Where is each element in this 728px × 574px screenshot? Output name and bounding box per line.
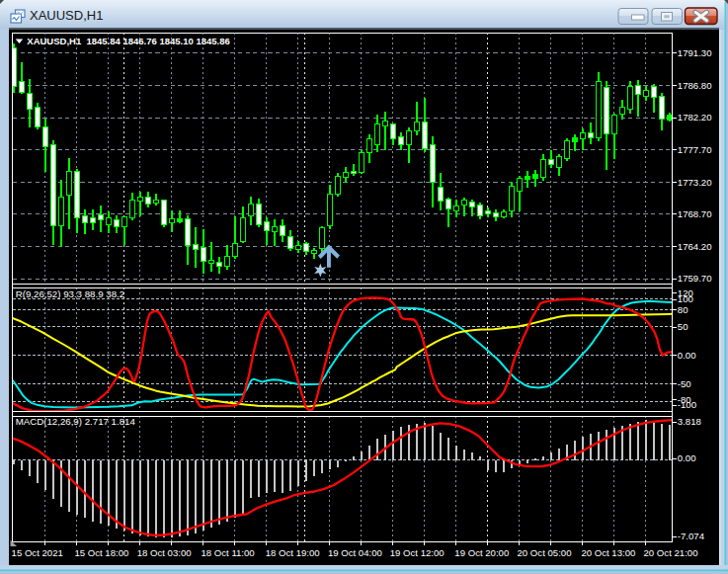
- svg-text:3.818: 3.818: [678, 416, 701, 427]
- svg-text:0.00: 0.00: [678, 350, 696, 361]
- svg-text:-100: -100: [678, 399, 696, 410]
- svg-text:XAUUSD,H1 1845.84 1846.76 184: XAUUSD,H1 1845.84 1846.76 1845.10 1845.8…: [27, 36, 229, 46]
- svg-text:15 Oct 18:00: 15 Oct 18:00: [74, 547, 128, 558]
- svg-text:-7.074: -7.074: [678, 531, 705, 541]
- svg-text:1777.70: 1777.70: [678, 144, 712, 155]
- svg-text:15 Oct 2021: 15 Oct 2021: [12, 547, 63, 558]
- svg-text:20 Oct 05:00: 20 Oct 05:00: [518, 547, 572, 558]
- svg-text:1786.80: 1786.80: [678, 80, 712, 91]
- svg-text:20 Oct 21:00: 20 Oct 21:00: [644, 547, 698, 558]
- svg-text:1791.30: 1791.30: [678, 47, 712, 58]
- svg-text:80: 80: [678, 304, 688, 315]
- svg-text:XAUUSD,H1: XAUUSD,H1: [30, 8, 103, 23]
- svg-text:1759.70: 1759.70: [678, 273, 712, 284]
- svg-text:18 Oct 19:00: 18 Oct 19:00: [266, 547, 320, 558]
- svg-text:19 Oct 12:00: 19 Oct 12:00: [390, 547, 445, 558]
- svg-text:18 Oct 03:00: 18 Oct 03:00: [137, 547, 192, 558]
- svg-text:1773.20: 1773.20: [678, 177, 712, 188]
- svg-text:R(9,26,52) 93.3 88.9 38.2: R(9,26,52) 93.3 88.9 38.2: [16, 288, 124, 299]
- svg-text:19 Oct 20:00: 19 Oct 20:00: [454, 547, 509, 558]
- svg-text:100: 100: [678, 293, 693, 304]
- svg-text:19 Oct 04:00: 19 Oct 04:00: [328, 547, 382, 558]
- svg-text:1764.20: 1764.20: [678, 241, 712, 252]
- svg-text:1782.20: 1782.20: [678, 112, 712, 123]
- svg-text:0.00: 0.00: [678, 452, 696, 463]
- svg-text:20 Oct 13:00: 20 Oct 13:00: [581, 547, 635, 558]
- svg-text:18 Oct 11:00: 18 Oct 11:00: [201, 547, 254, 558]
- svg-text:MACD(12,26,9) 2.717 1.814: MACD(12,26,9) 2.717 1.814: [16, 416, 136, 427]
- svg-text:1768.70: 1768.70: [678, 208, 712, 219]
- svg-text:-50: -50: [678, 378, 691, 389]
- svg-text:50: 50: [678, 321, 688, 332]
